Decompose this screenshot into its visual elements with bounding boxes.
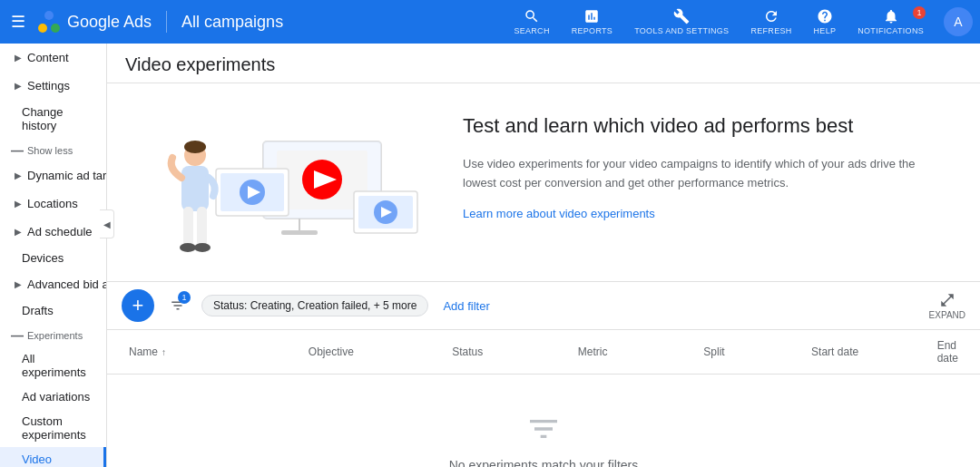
nav-reports-button[interactable]: REPORTS (563, 5, 622, 39)
advanced-bid-label: Advanced bid adj. (27, 277, 106, 291)
toolbar: + 1 Status: Creating, Creation failed, +… (107, 281, 980, 330)
col-status-label: Status (452, 345, 483, 358)
refresh-icon (763, 8, 779, 24)
video-experiments-illustration (136, 105, 426, 259)
col-metric-label: Metric (578, 345, 608, 358)
locations-label: Locations (27, 197, 78, 210)
hero-text: Test and learn which video ad performs b… (463, 105, 951, 220)
filter-button[interactable]: 1 (162, 289, 194, 322)
devices-label: Devices (22, 251, 64, 265)
main-content: Video experiments (107, 44, 980, 467)
hero-illustration (136, 105, 426, 259)
search-icon (524, 8, 540, 24)
add-filter-label: Add filter (443, 299, 489, 313)
google-ads-logo-icon (36, 9, 62, 34)
refresh-label: REFRESH (750, 26, 791, 35)
status-chip-text: Status: Creating, Creation failed, + 5 m… (213, 299, 416, 312)
sidebar: ◀ ▶ Content ▶ Settings Change history — … (0, 44, 107, 467)
sidebar-item-advanced-bid[interactable]: ▶ Advanced bid adj. (0, 270, 106, 298)
col-header-metric[interactable]: Metric (571, 330, 697, 374)
svg-point-1 (51, 24, 60, 33)
sidebar-collapse-button[interactable]: ◀ (100, 209, 107, 238)
logo-area: Google Ads (36, 9, 152, 34)
advanced-bid-arrow-icon: ▶ (15, 279, 22, 289)
hero-title: Test and learn which video ad performs b… (463, 112, 951, 141)
sidebar-show-less[interactable]: — Show less (0, 138, 106, 161)
col-header-name[interactable]: Name ↑ (122, 330, 301, 374)
col-header-split[interactable]: Split (696, 330, 804, 374)
settings-arrow-icon: ▶ (15, 81, 22, 91)
locations-arrow-icon: ▶ (15, 199, 22, 209)
sidebar-item-change-history[interactable]: Change history (0, 100, 106, 138)
expand-label: EXPAND (929, 310, 965, 320)
col-split-label: Split (703, 345, 724, 358)
col-header-objective[interactable]: Objective (301, 330, 445, 374)
app-name: Google Ads (67, 13, 152, 32)
learn-more-link[interactable]: Learn more about video experiments (463, 207, 655, 220)
col-name-label: Name (129, 345, 158, 358)
show-less-label: Show less (27, 145, 73, 156)
user-avatar[interactable]: A (944, 7, 973, 36)
col-start-date-label: Start date (811, 345, 858, 358)
hero-description: Use video experiments for your video cam… (463, 155, 935, 193)
experiments-section-label: Experiments (27, 330, 83, 341)
expand-button[interactable]: EXPAND (929, 292, 965, 320)
nav-notifications-button[interactable]: 1 NOTIFICATIONS (848, 5, 933, 39)
nav-divider (166, 11, 167, 33)
svg-point-24 (180, 243, 196, 252)
sidebar-item-settings[interactable]: ▶ Settings (0, 72, 106, 100)
nav-tools-button[interactable]: TOOLS AND SETTINGS (625, 5, 738, 39)
empty-filter-icon (525, 411, 562, 447)
sidebar-item-content[interactable]: ▶ Content (0, 44, 106, 72)
help-icon (817, 8, 833, 24)
sidebar-item-ad-variations[interactable]: Ad variations (0, 384, 106, 409)
filter-badge: 1 (178, 291, 191, 304)
sidebar-settings-label: Settings (27, 79, 70, 92)
experiments-dash-icon: — (11, 328, 24, 343)
content-arrow-icon: ▶ (15, 53, 22, 63)
col-end-date-label: End date (937, 339, 958, 365)
page-title: Video experiments (125, 54, 962, 75)
col-header-status[interactable]: Status (445, 330, 571, 374)
sidebar-content-label: Content (27, 51, 69, 64)
sidebar-experiments-section[interactable]: — Experiments (0, 323, 106, 346)
sidebar-item-drafts[interactable]: Drafts (0, 298, 106, 323)
empty-state: No experiments match your filters (107, 375, 980, 467)
svg-point-25 (194, 243, 211, 252)
svg-rect-22 (183, 207, 193, 248)
col-header-end-date[interactable]: End date (930, 330, 965, 374)
sidebar-item-video-experiments[interactable]: Video experiments (0, 447, 106, 467)
svg-point-20 (184, 141, 206, 153)
search-label: SEARCH (514, 26, 549, 35)
col-header-start-date[interactable]: Start date (804, 330, 930, 374)
main-layout: ◀ ▶ Content ▶ Settings Change history — … (0, 44, 980, 467)
add-experiment-button[interactable]: + (122, 289, 154, 322)
custom-experiments-label: Custom experiments (22, 414, 92, 442)
change-history-label: Change history (22, 105, 64, 132)
svg-point-0 (38, 24, 47, 33)
sidebar-item-all-experiments[interactable]: All experiments (0, 346, 106, 384)
hero-section: Test and learn which video ad performs b… (107, 83, 980, 281)
nav-search-button[interactable]: SEARCH (505, 5, 558, 39)
sidebar-item-locations[interactable]: ▶ Locations (0, 190, 106, 218)
sidebar-item-custom-experiments[interactable]: Custom experiments (0, 409, 106, 447)
page-header: Video experiments (107, 44, 980, 83)
nav-page-title: All campaigns (181, 13, 497, 32)
empty-state-message: No experiments match your filters (449, 458, 639, 467)
ad-variations-label: Ad variations (22, 390, 90, 404)
nav-help-button[interactable]: HELP (805, 5, 846, 39)
sidebar-item-dynamic-ad-targets[interactable]: ▶ Dynamic ad targets (0, 161, 106, 190)
name-sort-icon: ↑ (162, 347, 166, 357)
show-less-dash-icon: — (11, 143, 24, 158)
add-icon: + (132, 296, 144, 316)
sidebar-item-ad-schedule[interactable]: ▶ Ad schedule (0, 218, 106, 246)
dynamic-ad-targets-arrow-icon: ▶ (15, 170, 22, 180)
expand-icon (939, 292, 956, 308)
nav-refresh-button[interactable]: REFRESH (741, 5, 800, 39)
video-experiments-label: Video experiments (22, 452, 86, 467)
sidebar-item-devices[interactable]: Devices (0, 246, 106, 270)
tools-label: TOOLS AND SETTINGS (634, 26, 729, 35)
add-filter-button[interactable]: Add filter (436, 296, 496, 316)
hamburger-menu[interactable]: ☰ (7, 8, 29, 35)
status-filter-chip[interactable]: Status: Creating, Creation failed, + 5 m… (201, 295, 428, 316)
